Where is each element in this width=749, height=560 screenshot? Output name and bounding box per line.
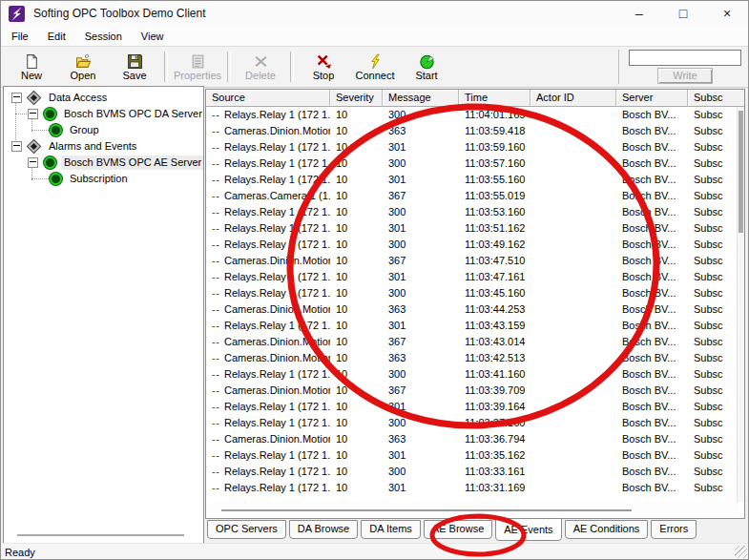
tree-item-group[interactable]: Group — [4, 122, 203, 138]
tab-ae-browse[interactable]: AE Browse — [424, 520, 492, 539]
properties-button[interactable]: Properties — [172, 49, 223, 85]
resize-grip-icon[interactable] — [735, 546, 747, 558]
cell-server: Bosch BV... — [616, 366, 688, 383]
tree-item-label[interactable]: Alarms and Events — [46, 139, 139, 154]
table-row[interactable]: --Cameras.Dinion.Motion 10 363 11:03:36.… — [206, 431, 738, 447]
column-header-source[interactable]: Source — [206, 90, 330, 107]
cell-time: 11:03:43.159 — [459, 318, 531, 334]
table-row[interactable]: --Cameras.Camera 1 (1... 10 367 11:03:55… — [206, 188, 738, 204]
tab-errors[interactable]: Errors — [651, 520, 697, 539]
cell-actor-id — [531, 318, 616, 334]
cell-message: 301 — [383, 220, 459, 237]
table-row[interactable]: --Relays.Relay 1 (172 1... 10 301 11:03:… — [206, 447, 738, 464]
vertical-scrollbar-thumb[interactable] — [739, 111, 743, 233]
new-button[interactable]: New — [6, 49, 57, 85]
cell-time: 11:03:43.014 — [459, 334, 531, 350]
horizontal-scrollbar-thumb[interactable] — [221, 509, 632, 511]
close-button[interactable]: × — [705, 0, 749, 27]
tree-item-label[interactable]: Bosch BVMS OPC DA Server — [61, 107, 204, 121]
table-row[interactable]: --Relays.Relay 1 (172 1... 10 301 11:03:… — [206, 139, 738, 156]
tree-item-da-server[interactable]: Bosch BVMS OPC DA Server — [4, 106, 203, 122]
cell-subscription: Subsc — [688, 334, 738, 350]
green-ring-icon — [50, 124, 62, 136]
table-row[interactable]: --Cameras.Dinion.Motion 10 367 11:03:39.… — [206, 383, 738, 399]
cell-time: 11:03:31.169 — [459, 480, 531, 496]
delete-button[interactable]: Delete — [235, 49, 286, 85]
cell-actor-id — [531, 447, 616, 464]
start-button[interactable]: Start — [401, 49, 452, 85]
tree-item-alarms-events[interactable]: Alarms and Events — [4, 138, 203, 155]
open-button[interactable]: Open — [57, 49, 109, 85]
maximize-button[interactable]: □ — [661, 0, 705, 27]
write-button[interactable]: Write — [657, 68, 713, 84]
tab-ae-events[interactable]: AE Events — [495, 518, 561, 541]
tab-da-browse[interactable]: DA Browse — [289, 520, 358, 539]
table-row[interactable]: --Cameras.Dinion.Motion 10 363 11:03:44.… — [206, 301, 738, 318]
tab-ae-conditions[interactable]: AE Conditions — [565, 520, 649, 539]
vertical-scrollbar[interactable] — [737, 107, 744, 502]
table-row[interactable]: --Relays.Relay 1 (172 1... 10 300 11:03:… — [206, 464, 738, 480]
cell-severity: 10 — [330, 415, 383, 431]
table-row[interactable]: --Relays.Relay 1 (172 1... 10 301 11:03:… — [206, 269, 738, 285]
minimize-button[interactable]: – — [617, 0, 661, 27]
tree-item-data-access[interactable]: Data Access — [4, 90, 203, 106]
table-row[interactable]: --Cameras.Dinion.Motion 10 367 11:03:47.… — [206, 253, 738, 269]
save-button[interactable]: Save — [109, 49, 160, 85]
table-row[interactable]: --Relays.Relay 1 (172 1... 10 300 11:04:… — [206, 107, 738, 123]
tree-item-ae-server[interactable]: Bosch BVMS OPC AE Server — [4, 155, 203, 171]
table-row[interactable]: --Relays.Relay 1 (172 1... 10 301 11:03:… — [206, 318, 738, 334]
cell-actor-id — [531, 431, 616, 447]
table-row[interactable]: --Relays.Relay 1 (172 1... 10 301 11:03:… — [206, 220, 738, 237]
table-row[interactable]: --Cameras.Dinion.Motion 10 363 11:03:42.… — [206, 350, 738, 366]
collapse-minus-icon[interactable] — [11, 141, 22, 152]
menu-view[interactable]: View — [132, 29, 174, 44]
tree-item-label[interactable]: Subscription — [67, 172, 131, 186]
cell-source: --Relays.Relay 1 (172 1... — [206, 366, 330, 383]
table-row[interactable]: --Relays.Relay 1 (172 1... 10 301 11:03:… — [206, 399, 738, 415]
column-header-subscription[interactable]: Subsc — [688, 90, 744, 107]
connect-button[interactable]: Connect — [349, 49, 401, 85]
column-header-time[interactable]: Time — [459, 90, 531, 107]
collapse-minus-icon[interactable] — [28, 157, 38, 168]
horizontal-scrollbar[interactable] — [206, 502, 738, 518]
cell-time: 11:03:59.418 — [459, 123, 531, 139]
table-row[interactable]: --Cameras.Dinion.Motion 10 363 11:03:59.… — [206, 123, 738, 139]
event-dash-icon: -- — [212, 204, 224, 220]
cell-source: --Cameras.Dinion.Motion — [206, 350, 330, 366]
event-dash-icon: -- — [212, 464, 224, 480]
menu-file[interactable]: File — [2, 29, 38, 44]
column-header-actor-id[interactable]: Actor ID — [531, 90, 616, 107]
tree-item-label[interactable]: Data Access — [46, 91, 110, 105]
tree-item-label[interactable]: Bosch BVMS OPC AE Server — [61, 156, 204, 170]
table-row[interactable]: --Relays.Relay 1 (172 1... 10 301 11:03:… — [206, 172, 738, 188]
cell-actor-id — [531, 464, 616, 480]
table-row[interactable]: --Cameras.Dinion.Motion 10 367 11:03:43.… — [206, 334, 738, 350]
menu-session[interactable]: Session — [75, 29, 132, 44]
cell-message: 301 — [383, 318, 459, 334]
cell-severity: 10 — [330, 172, 383, 188]
collapse-minus-icon[interactable] — [11, 93, 22, 103]
collapse-minus-icon[interactable] — [28, 109, 38, 119]
table-row[interactable]: --Relays.Relay 1 (172 1... 10 300 11:03:… — [206, 156, 738, 172]
tree-item-subscription[interactable]: Subscription — [4, 171, 203, 187]
column-header-message[interactable]: Message — [383, 90, 459, 107]
cell-severity: 10 — [330, 220, 383, 237]
tree-horizontal-scrollbar[interactable] — [17, 534, 184, 536]
tree-item-label[interactable]: Group — [67, 123, 102, 137]
cell-severity: 10 — [330, 399, 383, 415]
cell-server: Bosch BV... — [616, 204, 688, 220]
tab-da-items[interactable]: DA Items — [361, 520, 421, 539]
stop-button[interactable]: Stop — [298, 49, 349, 85]
write-value-input[interactable] — [629, 50, 741, 66]
tab-opc-servers[interactable]: OPC Servers — [207, 520, 286, 539]
table-row[interactable]: --Relays.Relay 1 (172 1... 10 300 11:03:… — [206, 366, 738, 383]
cell-time: 11:03:42.513 — [459, 350, 531, 366]
table-row[interactable]: --Relays.Relay 1 (172 1... 10 300 11:03:… — [206, 285, 738, 301]
table-row[interactable]: --Relays.Relay 1 (172 1... 10 300 11:03:… — [206, 415, 738, 431]
column-header-server[interactable]: Server — [616, 90, 688, 107]
table-row[interactable]: --Relays.Relay 1 (172 1... 10 301 11:03:… — [206, 480, 738, 496]
menu-edit[interactable]: Edit — [38, 29, 75, 44]
column-header-severity[interactable]: Severity — [330, 90, 383, 107]
table-row[interactable]: --Relays.Relay 1 (172 1... 10 300 11:03:… — [206, 237, 738, 253]
table-row[interactable]: --Relays.Relay 1 (172 1... 10 300 11:03:… — [206, 204, 738, 220]
